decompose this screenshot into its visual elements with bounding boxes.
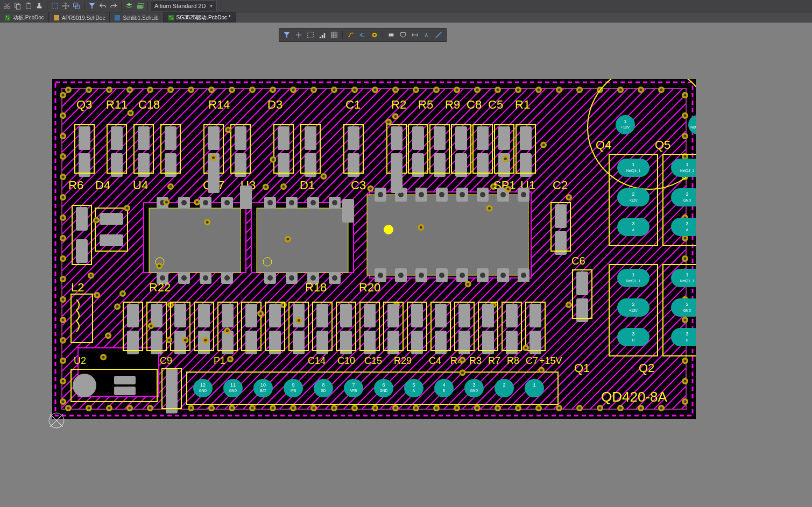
doc-tab[interactable]: APR9019.SchDoc <box>49 12 110 23</box>
svg-point-91 <box>354 407 356 410</box>
svg-point-433 <box>500 192 506 197</box>
svg-point-618 <box>102 356 105 359</box>
svg-point-99 <box>394 407 397 410</box>
svg-point-87 <box>333 407 336 410</box>
svg-text:12: 12 <box>200 382 206 388</box>
document-tab-bar: 动板.PcbDocAPR9019.SchDocSchlib1.SchLibSG3… <box>0 12 812 24</box>
svg-point-167 <box>62 155 65 158</box>
route-icon[interactable] <box>345 30 356 40</box>
svg-point-606 <box>129 112 132 115</box>
svg-point-71 <box>251 407 254 410</box>
svg-point-439 <box>521 273 526 278</box>
svg-point-179 <box>62 217 65 219</box>
svg-point-519 <box>73 374 96 397</box>
pcb-workspace[interactable]: A Q3R11C18R14D3C1R2R5R9C8C5R11+12V2NetQ3… <box>0 23 812 507</box>
svg-text:R8: R8 <box>507 355 519 366</box>
move-button[interactable] <box>61 1 70 11</box>
svg-point-129 <box>538 89 540 91</box>
svg-text:Q2: Q2 <box>639 361 654 375</box>
svg-point-387 <box>224 275 230 281</box>
dimension-icon[interactable] <box>409 30 420 40</box>
svg-text:+12V: +12V <box>621 125 630 129</box>
grid-icon[interactable] <box>329 30 340 40</box>
svg-rect-259 <box>305 126 316 150</box>
svg-text:C3: C3 <box>351 178 366 192</box>
svg-text:C4: C4 <box>429 355 441 366</box>
align-icon[interactable] <box>317 30 328 40</box>
rubber-stamp-button[interactable] <box>34 1 44 11</box>
svg-point-235 <box>568 196 570 199</box>
copy-button[interactable] <box>13 1 23 11</box>
doc-tab[interactable]: 动板.PcbDoc <box>0 12 49 23</box>
svg-rect-523 <box>166 390 178 413</box>
svg-point-616 <box>212 156 215 159</box>
svg-point-117 <box>476 89 479 91</box>
line-icon[interactable] <box>433 30 444 40</box>
svg-point-393 <box>267 275 273 281</box>
polygon-icon[interactable] <box>398 30 408 40</box>
svg-text:GND: GND <box>199 389 207 392</box>
svg-point-107 <box>435 407 438 410</box>
diff-pair-icon[interactable] <box>357 30 368 40</box>
svg-rect-18 <box>168 15 174 20</box>
svg-rect-262 <box>348 126 359 150</box>
svg-rect-471 <box>293 304 305 327</box>
svg-point-43 <box>108 407 111 410</box>
svg-text:B: B <box>632 338 634 342</box>
svg-text:5: 5 <box>412 382 415 388</box>
svg-point-115 <box>476 407 479 410</box>
svg-point-415 <box>398 273 404 278</box>
svg-text:3: 3 <box>472 382 475 388</box>
cut-button[interactable] <box>2 1 12 11</box>
pad-icon[interactable] <box>386 30 397 40</box>
svg-point-435 <box>500 273 506 278</box>
layers-button[interactable] <box>124 1 134 11</box>
svg-point-61 <box>190 89 193 91</box>
svg-point-399 <box>310 200 316 205</box>
svg-rect-459 <box>198 304 210 327</box>
svg-point-59 <box>190 407 193 410</box>
pcb-canvas[interactable]: Q3R11C18R14D3C1R2R5R9C8C5R11+12V2NetQ3_3… <box>52 79 696 419</box>
svg-rect-486 <box>411 304 423 327</box>
svg-point-423 <box>439 273 444 278</box>
svg-rect-7 <box>38 3 40 6</box>
text-icon[interactable]: A <box>421 30 432 40</box>
svg-point-425 <box>460 192 465 197</box>
doc-tab[interactable]: SG3525驱动.PcbDoc * <box>164 12 236 23</box>
svg-rect-341 <box>671 298 696 317</box>
svg-rect-324 <box>671 218 696 236</box>
svg-point-171 <box>62 176 65 178</box>
via-icon[interactable] <box>369 30 380 40</box>
undo-button[interactable] <box>98 1 108 11</box>
view-mode-dropdown[interactable]: Altium Standard 2D ▼ <box>151 1 217 11</box>
svg-point-604 <box>542 144 545 146</box>
svg-text:1: 1 <box>686 272 688 277</box>
svg-rect-16 <box>54 15 59 20</box>
svg-point-111 <box>456 407 458 410</box>
svg-point-159 <box>62 115 65 117</box>
svg-rect-363 <box>76 239 88 263</box>
svg-rect-468 <box>269 304 281 327</box>
svg-point-175 <box>62 196 65 199</box>
svg-text:C10: C10 <box>337 355 355 366</box>
svg-text:C5: C5 <box>488 98 503 111</box>
doc-icon <box>4 15 11 21</box>
board-3d-button[interactable] <box>135 1 145 11</box>
select-rect-button[interactable] <box>50 1 60 11</box>
select-overlap-button[interactable] <box>72 1 81 11</box>
doc-tab[interactable]: Schlib1.SchLib <box>110 12 163 23</box>
svg-text:11: 11 <box>230 382 236 388</box>
select-rect-icon[interactable] <box>305 30 316 40</box>
redo-button[interactable] <box>109 1 118 11</box>
svg-point-576 <box>420 226 422 228</box>
crosshair-icon[interactable] <box>293 30 304 40</box>
svg-text:A: A <box>413 389 415 392</box>
svg-point-35 <box>67 407 70 410</box>
svg-point-429 <box>480 192 485 197</box>
svg-point-437 <box>521 192 526 197</box>
paste-button[interactable] <box>24 1 33 11</box>
svg-text:C15: C15 <box>364 355 382 366</box>
filter-button[interactable] <box>87 1 97 11</box>
svg-text:GND: GND <box>229 389 237 392</box>
filter-icon[interactable] <box>281 30 292 40</box>
